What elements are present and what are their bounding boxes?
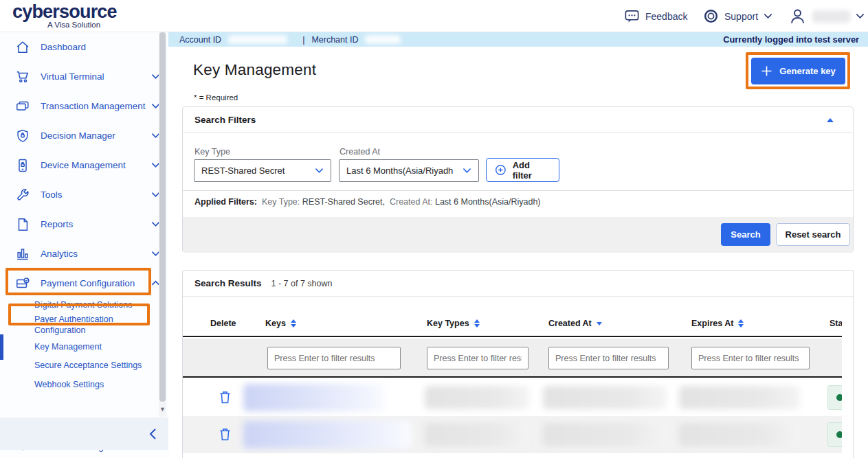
status-badge	[827, 422, 842, 447]
created-at-filter-input[interactable]	[548, 347, 669, 369]
applied-created-at-label: Created At:	[390, 197, 433, 207]
sort-desc-icon[interactable]	[597, 322, 602, 325]
column-created-at[interactable]: Created At	[548, 319, 602, 328]
search-results-header: Search Results 1 - 7 of 7 shown	[183, 271, 853, 297]
page-title: Key Management	[193, 61, 316, 79]
sidebar-scrollbar[interactable]: ▼	[159, 32, 166, 417]
support-label: Support	[724, 11, 758, 22]
merchant-id-value-redacted	[365, 35, 401, 44]
generate-key-button[interactable]: Generate key	[751, 58, 845, 84]
status-active-dot-icon	[836, 431, 843, 438]
column-label: Expires At	[691, 319, 733, 328]
plus-icon	[761, 65, 772, 77]
sidebar-nav: Dashboard Virtual Terminal Transaction M…	[0, 32, 168, 458]
sidebar-subitem-secure-acceptance-settings[interactable]: Secure Acceptance Settings	[34, 360, 150, 371]
home-icon	[15, 40, 32, 55]
reset-search-button[interactable]: Reset search	[776, 223, 850, 246]
created-at-select[interactable]: Last 6 Months(Asia/Riyadh	[339, 159, 479, 182]
sidebar-item-payment-configuration[interactable]: Payment Configuration	[0, 268, 168, 298]
sidebar-item-tools[interactable]: Tools	[0, 180, 168, 209]
sidebar-subitem-key-management[interactable]: Key Management	[34, 341, 150, 352]
key-type-redacted	[425, 423, 529, 446]
chevron-down-icon	[764, 13, 772, 19]
search-filters-title: Search Filters	[194, 115, 256, 125]
delete-key-button[interactable]	[219, 390, 232, 407]
test-server-notice: Currently logged into test server	[723, 34, 859, 45]
column-keys[interactable]: Keys	[265, 319, 296, 328]
search-button[interactable]: Search	[721, 223, 770, 246]
account-id-value-redacted	[228, 35, 287, 44]
sidebar-subitem-webhook-settings[interactable]: Webhook Settings	[34, 379, 150, 390]
feedback-button[interactable]: Feedback	[624, 0, 687, 32]
app-header: cybersource A Visa Solution Feedback	[0, 0, 868, 32]
expires-at-redacted	[679, 386, 800, 409]
created-at-value: Last 6 Months(Asia/Riyadh	[346, 165, 453, 176]
applied-created-at-value: Last 6 Months(Asia/Riyadh)	[435, 197, 541, 207]
support-icon	[703, 8, 719, 24]
sidebar-item-decision-manager[interactable]: Decision Manager	[0, 121, 168, 150]
sidebar-collapse-bar[interactable]	[0, 417, 168, 450]
feedback-icon	[624, 8, 640, 24]
delete-key-button[interactable]	[219, 427, 232, 444]
sort-both-icon[interactable]	[291, 319, 296, 328]
search-results-panel: Search Results 1 - 7 of 7 shown Delete K…	[182, 270, 854, 458]
sort-both-icon[interactable]	[738, 319, 744, 328]
keys-filter-input[interactable]	[267, 347, 401, 369]
sidebar-item-device-management[interactable]: Device Management	[0, 150, 168, 180]
collapse-left-icon[interactable]	[148, 428, 157, 440]
account-id-label: Account ID	[179, 35, 221, 45]
status-badge	[827, 385, 842, 410]
support-menu[interactable]: Support	[703, 0, 772, 32]
account-infobar: Account ID | Merchant ID Currently logge…	[168, 32, 868, 47]
required-note: * = Required	[194, 93, 238, 102]
sidebar-item-label: Tools	[41, 190, 63, 200]
column-label: Sta	[830, 319, 842, 328]
username-redacted	[812, 10, 850, 23]
sidebar-item-analytics[interactable]: Analytics	[0, 239, 168, 268]
key-type-select[interactable]: REST-Shared Secret	[194, 159, 331, 182]
table-filter-row	[183, 339, 842, 378]
key-value-redacted[interactable]	[243, 421, 412, 448]
sidebar-subitem-payer-authentication-configuration[interactable]: Payer Authentication Configuration	[34, 314, 150, 336]
table-row	[183, 416, 842, 453]
add-filter-button[interactable]: Add filter	[486, 158, 559, 182]
sidebar-subitem-digital-payment-solutions[interactable]: Digital Payment Solutions	[34, 299, 150, 310]
sidebar-item-dashboard[interactable]: Dashboard	[0, 32, 168, 62]
cybersource-logo: cybersource	[12, 1, 117, 23]
key-type-label: Key Type	[194, 147, 230, 157]
sidebar-item-virtual-terminal[interactable]: Virtual Terminal	[0, 62, 168, 91]
search-filters-panel: Search Filters Key Type REST-Shared Secr…	[182, 106, 854, 253]
scrollbar-down-arrow[interactable]: ▼	[159, 406, 166, 413]
shield-lock-icon	[15, 128, 32, 144]
search-filters-header: Search Filters	[183, 107, 853, 133]
expires-at-redacted	[679, 423, 800, 446]
scrollbar-thumb[interactable]	[159, 32, 166, 402]
feedback-label: Feedback	[645, 11, 687, 22]
results-table: Delete Keys Key Types Created At Expires…	[183, 297, 842, 458]
chevron-down-icon	[315, 168, 324, 174]
user-menu[interactable]	[788, 0, 865, 32]
column-label: Created At	[548, 319, 592, 328]
cart-icon	[15, 69, 32, 84]
key-types-filter-input[interactable]	[427, 347, 528, 369]
sidebar-item-label: Decision Manager	[41, 130, 115, 141]
key-value-redacted[interactable]	[243, 384, 386, 411]
sidebar-item-reports[interactable]: Reports	[0, 209, 168, 239]
infobar-divider: |	[302, 35, 304, 45]
generate-key-label: Generate key	[779, 66, 836, 76]
column-key-types[interactable]: Key Types	[427, 319, 480, 328]
column-expires-at[interactable]: Expires At	[691, 319, 744, 328]
expires-at-filter-input[interactable]	[691, 347, 810, 369]
sort-both-icon[interactable]	[474, 319, 480, 328]
bar-chart-icon	[15, 247, 32, 262]
table-row	[183, 379, 842, 416]
column-status-clipped[interactable]: Sta	[830, 319, 842, 328]
active-item-indicator	[0, 334, 3, 360]
device-lock-icon	[15, 158, 32, 173]
sidebar-item-label: Payment Configuration	[41, 278, 135, 288]
divider	[183, 190, 853, 191]
collapse-panel-caret-icon[interactable]	[827, 118, 834, 122]
filters-footer: Search Reset search	[183, 217, 853, 253]
chevron-down-icon	[463, 168, 471, 174]
sidebar-item-transaction-management[interactable]: Transaction Management	[0, 91, 168, 121]
